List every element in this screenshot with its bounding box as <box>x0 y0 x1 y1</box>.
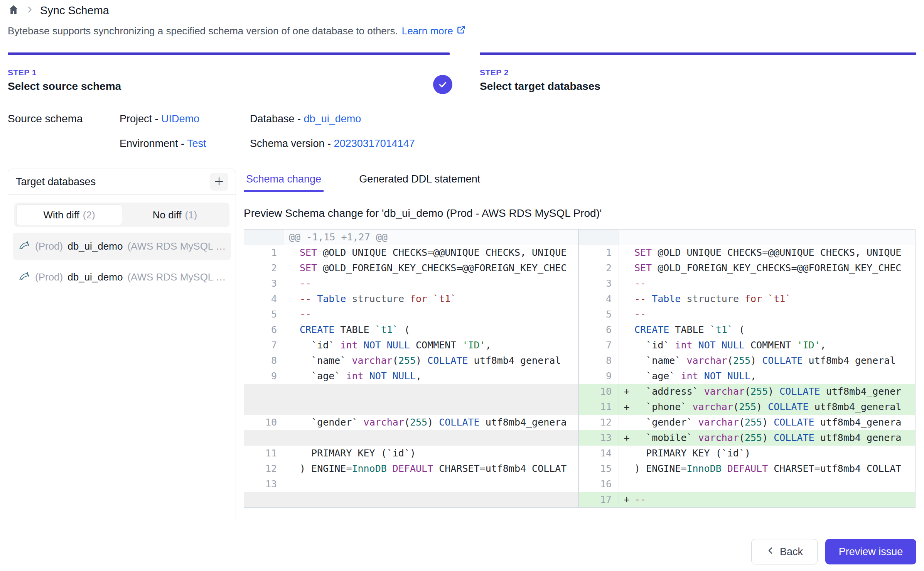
project-link[interactable]: UIDemo <box>161 113 199 125</box>
diff-line-number: 14 <box>579 446 619 461</box>
diff-code-row: 10 `gender` varchar(255) COLLATE utf8mb4… <box>244 415 578 430</box>
diff-code: `gender` varchar(255) COLLATE utf8mb4_ge… <box>300 415 578 430</box>
learn-more-link[interactable]: Learn more <box>402 25 466 37</box>
database-link[interactable]: db_ui_demo <box>304 113 361 125</box>
diff-code: `id` int NOT NULL COMMENT 'ID', <box>300 338 578 353</box>
step1-progress-bar <box>8 52 450 55</box>
tab-generated-ddl[interactable]: Generated DDL statement <box>357 173 482 192</box>
diff-sign <box>619 476 634 492</box>
diff-code <box>284 492 578 507</box>
intro-description: Bytebase supports synchronizing a specif… <box>8 25 398 37</box>
diff-line-number: 9 <box>579 368 619 384</box>
plus-icon <box>214 176 224 188</box>
diff-gutter <box>244 230 284 245</box>
diff-sign <box>619 291 634 307</box>
diff-code-row: 1SET @OLD_UNIQUE_CHECKS=@@UNIQUE_CHECKS,… <box>579 245 915 260</box>
diff-code-row: 8 `name` varchar(255) COLLATE utf8mb4_ge… <box>244 353 578 368</box>
diff-line-number: 1 <box>244 245 284 260</box>
environment-link[interactable]: Test <box>187 138 206 149</box>
diff-sign <box>284 338 300 353</box>
diff-code-row: 9 `age` int NOT NULL, <box>579 368 915 384</box>
diff-sign <box>619 415 634 430</box>
diff-code-row: 6CREATE TABLE `t1` ( <box>579 322 915 338</box>
diff-line-number: 2 <box>244 260 284 276</box>
step1-label: STEP 1 <box>8 68 121 77</box>
diff-code <box>284 430 578 446</box>
diff-gutter <box>579 230 619 245</box>
diff-code-row: 5-- <box>579 307 915 322</box>
add-target-database-button[interactable] <box>210 173 228 191</box>
diff-code: -- <box>634 307 915 322</box>
diff-filter-tabs: With diff (2) No diff (1) <box>14 203 229 227</box>
diff-sign <box>619 338 634 353</box>
diff-sign: + <box>619 399 634 415</box>
diff-sign <box>619 368 634 384</box>
diff-line-number: 15 <box>579 461 619 476</box>
target-databases-title: Target databases <box>16 176 96 188</box>
diff-code-row: 6CREATE TABLE `t1` ( <box>244 322 578 338</box>
diff-code-row: 2SET @OLD_FOREIGN_KEY_CHECKS=@@FOREIGN_K… <box>244 260 578 276</box>
preview-tabs: Schema change Generated DDL statement <box>244 173 482 192</box>
diff-line-number: 11 <box>244 446 284 461</box>
diff-line-number: 3 <box>244 276 284 291</box>
home-icon[interactable] <box>8 4 19 17</box>
diff-spacer-row <box>244 430 578 446</box>
database-label: Database - <box>250 113 301 125</box>
tab-no-diff-count: (1) <box>185 209 197 221</box>
database-environment: (Prod) <box>35 240 63 252</box>
diff-code: `address` varchar(255) COLLATE utf8mb4_g… <box>634 384 915 399</box>
diff-code: `id` int NOT NULL COMMENT 'ID', <box>634 338 915 353</box>
diff-hunk-header: @@ -1,15 +1,27 @@ <box>244 230 578 245</box>
step1-title: Select source schema <box>8 80 121 93</box>
diff-spacer-row <box>244 384 578 415</box>
chevron-left-icon <box>766 546 775 558</box>
diff-code: SET @OLD_FOREIGN_KEY_CHECKS=@@FOREIGN_KE… <box>300 260 578 276</box>
diff-code: `gender` varchar(255) COLLATE utf8mb4_ge… <box>634 415 915 430</box>
diff-sign <box>284 307 300 322</box>
diff-code: `age` int NOT NULL, <box>300 368 578 384</box>
diff-sign <box>284 245 300 260</box>
step2-title: Select target databases <box>480 80 600 93</box>
preview-issue-button[interactable]: Preview issue <box>825 539 916 564</box>
diff-code: -- <box>300 307 578 322</box>
schema-version-link[interactable]: 20230317014147 <box>334 138 415 149</box>
diff-line-number: 10 <box>244 415 284 430</box>
diff-line-number: 9 <box>244 368 284 384</box>
target-database-item[interactable]: (Prod)db_ui_demo(AWS RDS MySQL Prod) <box>13 233 231 260</box>
diff-sign <box>619 245 634 260</box>
diff-code: PRIMARY KEY (`id`) <box>634 446 915 461</box>
target-database-item[interactable]: (Prod)db_ui_demo(AWS RDS MySQL Prod) <box>13 264 231 291</box>
database-instance: (AWS RDS MySQL Prod) <box>127 240 226 252</box>
diff-line-number: 6 <box>579 322 619 338</box>
diff-line-number: 3 <box>579 276 619 291</box>
diff-pane-source: @@ -1,15 +1,27 @@1SET @OLD_UNIQUE_CHECKS… <box>244 230 579 507</box>
diff-code: CREATE TABLE `t1` ( <box>300 322 578 338</box>
diff-sign <box>284 368 300 384</box>
tab-schema-change[interactable]: Schema change <box>244 173 324 192</box>
diff-code <box>619 230 915 245</box>
diff-code-row: 12 `gender` varchar(255) COLLATE utf8mb4… <box>579 415 915 430</box>
tab-with-diff[interactable]: With diff (2) <box>16 204 122 225</box>
diff-code-row: 4-- Table structure for `t1` <box>579 291 915 307</box>
diff-code: -- <box>634 492 915 507</box>
diff-sign <box>619 446 634 461</box>
diff-line-number: 4 <box>579 291 619 307</box>
diff-code: ) ENGINE=InnoDB DEFAULT CHARSET=utf8mb4 … <box>634 461 915 476</box>
diff-viewer[interactable]: @@ -1,15 +1,27 @@1SET @OLD_UNIQUE_CHECKS… <box>244 229 916 508</box>
target-databases-panel: Target databases With diff (2) No diff (… <box>8 169 236 519</box>
back-button[interactable]: Back <box>751 539 818 564</box>
intro-text: Bytebase supports synchronizing a specif… <box>8 25 466 37</box>
tab-no-diff[interactable]: No diff (1) <box>122 204 228 225</box>
database-name: db_ui_demo <box>67 271 123 283</box>
external-link-icon <box>456 25 466 37</box>
diff-code-row: 3-- <box>244 276 578 291</box>
diff-code: -- Table structure for `t1` <box>634 291 915 307</box>
diff-code: `name` varchar(255) COLLATE utf8mb4_gene… <box>300 353 578 368</box>
diff-code-row: 13+ `mobile` varchar(255) COLLATE utf8mb… <box>579 430 915 446</box>
diff-pane-target: 1SET @OLD_UNIQUE_CHECKS=@@UNIQUE_CHECKS,… <box>579 230 915 507</box>
diff-code-row: 15) ENGINE=InnoDB DEFAULT CHARSET=utf8mb… <box>579 461 915 476</box>
diff-sign <box>284 446 300 461</box>
diff-spacer-row <box>244 492 578 507</box>
tab-with-diff-count: (2) <box>83 209 95 221</box>
diff-line-number: 1 <box>579 245 619 260</box>
